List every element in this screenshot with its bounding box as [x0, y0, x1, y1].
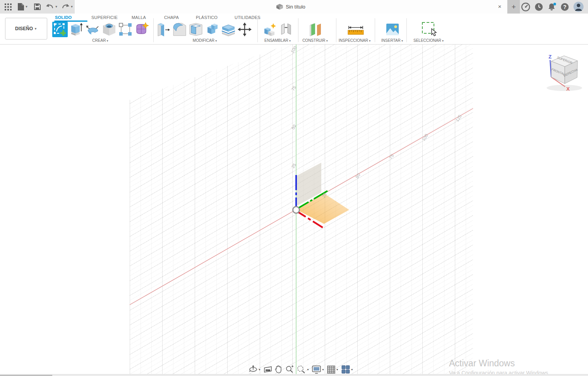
view-cube-z-axis [550, 60, 551, 77]
view-cube-x-label: X [566, 86, 570, 92]
help-icon[interactable]: ? [560, 2, 569, 12]
pan-button[interactable] [275, 365, 283, 374]
group-modificar-tools [156, 22, 252, 37]
fit-button[interactable]: ▼ [297, 365, 309, 374]
ribbon-tab-chapa[interactable]: CHAPA [164, 15, 179, 20]
fusion-window: { "header": { "tab_title": "Sin título",… [0, 0, 588, 376]
split-body-button[interactable] [221, 22, 236, 37]
workspace-caret-icon: ▼ [34, 27, 37, 31]
viewports-button[interactable]: ▼ [341, 365, 353, 374]
viewports-caret-icon: ▼ [351, 368, 353, 371]
display-caret-icon: ▼ [322, 368, 324, 371]
display-settings-button[interactable]: ▼ [312, 366, 324, 374]
recent-activity-icon[interactable] [534, 2, 543, 12]
save-button[interactable] [33, 0, 42, 14]
app-grid-icon[interactable] [3, 0, 13, 14]
group-inspeccionar-tools [347, 22, 365, 37]
group-label-modificar[interactable]: MODIFICAR [193, 38, 217, 43]
insert-image-button[interactable] [386, 22, 399, 37]
account-avatar[interactable] [573, 2, 583, 11]
group-seleccionar-tools [421, 22, 440, 37]
undo-button[interactable]: ▼ [45, 0, 59, 14]
windows-activation-watermark: Activar Windows Ve a Configuración para … [449, 358, 550, 376]
svg-text:50: 50 [355, 173, 361, 179]
document-title: Sin título [286, 4, 305, 10]
redo-caret-icon: ▼ [70, 5, 74, 9]
grid-settings-button[interactable]: ▼ [327, 366, 339, 374]
group-separator [375, 18, 375, 42]
group-separator [406, 18, 407, 42]
group-label-construir[interactable]: CONSTRUIR [302, 38, 328, 43]
top-bar: ▼ ▼ ▼ Sin título × + [0, 0, 588, 14]
ribbon-tab-superficie[interactable]: SUPERFICIE [91, 15, 118, 20]
workspace-selector-button[interactable]: DISEÑO ▼ [5, 18, 47, 39]
file-menu-caret-icon: ▼ [25, 5, 28, 9]
workspace-label: DISEÑO [15, 26, 33, 31]
ribbon-tab-malla[interactable]: MALLA [132, 15, 146, 20]
group-ensamblar-tools [263, 22, 293, 37]
shell-button[interactable] [189, 22, 203, 37]
group-label-ensamblar[interactable]: ENSAMBLAR [264, 38, 291, 43]
revolve-button[interactable] [86, 22, 100, 37]
ribbon-tab-solido[interactable]: SOLIDO [55, 15, 72, 20]
extrude-button[interactable] [69, 22, 84, 37]
fillet-button[interactable] [172, 22, 187, 37]
viewport-canvas[interactable]: 255075100 255075100125 Z X SUPERIOR FRON… [0, 45, 588, 374]
watermark-title: Activar Windows [449, 358, 550, 369]
job-status-icon[interactable] [521, 2, 530, 12]
origin-point[interactable] [293, 207, 300, 213]
create-form-button[interactable] [134, 22, 149, 37]
view-cube-z-label: Z [549, 54, 552, 60]
undo-caret-icon: ▼ [55, 5, 58, 9]
measure-button[interactable] [347, 22, 365, 37]
fit-caret-icon: ▼ [307, 368, 309, 371]
bottom-scrollbar-track[interactable] [0, 374, 588, 376]
zoom-button[interactable] [285, 365, 294, 374]
select-button[interactable] [421, 22, 440, 37]
group-construir-tools [308, 22, 323, 37]
group-label-inspeccionar[interactable]: INSPECCIONAR [339, 38, 370, 43]
combine-button[interactable] [205, 22, 219, 37]
move-copy-button[interactable] [237, 22, 252, 37]
group-label-insertar[interactable]: INSERTAR [381, 38, 403, 43]
press-pull-button[interactable] [156, 22, 171, 37]
close-tab-icon[interactable]: × [496, 3, 503, 10]
create-sketch-button[interactable] [52, 22, 68, 37]
group-separator [336, 18, 336, 42]
document-cube-icon [276, 4, 283, 10]
view-cube[interactable]: Z X SUPERIOR FRONTAL DERECHA [547, 54, 582, 92]
group-separator [257, 18, 258, 42]
redo-button[interactable]: ▼ [60, 0, 74, 14]
orbit-button[interactable]: ▼ [249, 365, 261, 374]
hole-button[interactable] [102, 22, 117, 37]
scene-overlay: 255075100 255075100125 Z X SUPERIOR FRON… [0, 45, 588, 374]
ribbon-tab-utilidades[interactable]: UTILIDADES [235, 15, 261, 20]
group-separator [153, 18, 154, 42]
notifications-bell-icon[interactable] [547, 2, 557, 12]
ribbon-tab-plastico[interactable]: PLÁSTICO [196, 15, 218, 20]
file-menu-button[interactable]: ▼ [16, 0, 29, 14]
group-crear-tools [52, 22, 149, 37]
joint-button[interactable] [279, 22, 293, 37]
group-separator [298, 18, 298, 42]
look-at-button[interactable] [264, 366, 272, 373]
new-component-button[interactable] [263, 22, 277, 37]
new-tab-button[interactable]: + [507, 0, 520, 14]
orbit-caret-icon: ▼ [258, 368, 261, 371]
group-label-seleccionar[interactable]: SELECCIONAR [413, 38, 444, 43]
svg-text:75: 75 [388, 153, 395, 160]
view-navigation-toolbar: ▼ ▼ ▼ ▼ [249, 364, 353, 374]
ribbon: SOLIDO SUPERFICIE MALLA CHAPA PLÁSTICO U… [0, 14, 588, 45]
construction-plane-button[interactable] [308, 22, 323, 37]
svg-text:?: ? [563, 4, 567, 10]
document-tab[interactable]: Sin título × [75, 0, 507, 14]
rectangular-pattern-button[interactable] [118, 22, 133, 37]
group-label-crear[interactable]: CREAR [92, 38, 108, 43]
grid-caret-icon: ▼ [336, 368, 339, 371]
group-insertar-tools [386, 22, 399, 37]
